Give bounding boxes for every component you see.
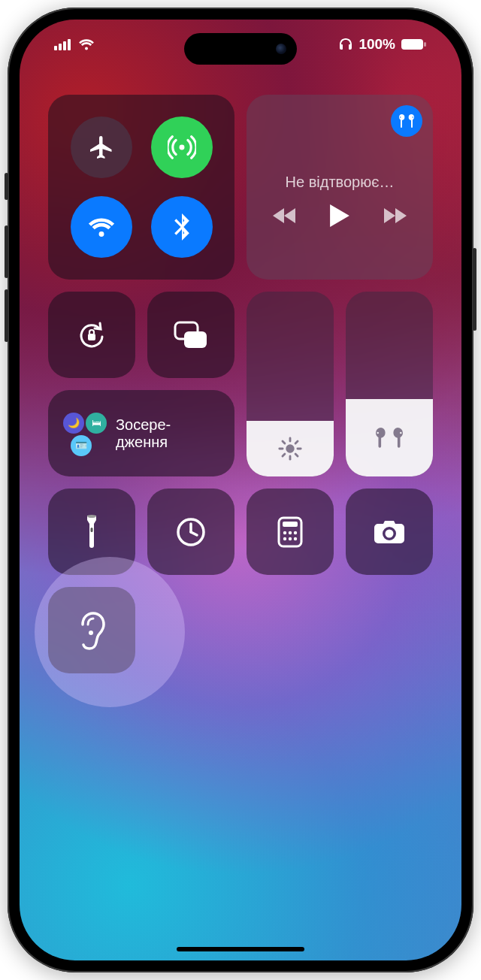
svg-line-16 [295, 454, 298, 456]
mute-switch [5, 173, 8, 200]
svg-point-28 [294, 531, 297, 534]
hearing-highlight [35, 557, 185, 707]
connectivity-group[interactable] [48, 95, 234, 280]
svg-rect-4 [401, 39, 423, 50]
wifi-toggle[interactable] [71, 196, 132, 258]
power-button [473, 248, 476, 331]
headphones-icon [339, 38, 352, 50]
media-play-button[interactable] [330, 204, 349, 227]
volume-down-button [5, 289, 8, 342]
airpods-icon [373, 426, 406, 449]
bluetooth-toggle[interactable] [151, 196, 213, 258]
camera-button[interactable] [346, 488, 433, 575]
svg-point-29 [283, 537, 286, 540]
volume-up-button [5, 225, 8, 278]
media-next-button[interactable] [383, 207, 407, 224]
svg-rect-7 [88, 334, 95, 340]
home-indicator[interactable] [177, 947, 304, 951]
svg-rect-9 [184, 331, 207, 348]
iphone-frame: 100% [8, 8, 473, 972]
cellular-signal-icon [54, 38, 72, 50]
svg-rect-2 [63, 41, 66, 50]
control-center: Не відтворює… [48, 95, 433, 673]
media-player[interactable]: Не відтворює… [247, 95, 433, 280]
svg-point-10 [286, 444, 294, 452]
focus-modes-icon: 🌙 🛏 🪪 [62, 411, 107, 456]
media-title: Не відтворює… [286, 174, 395, 191]
svg-line-23 [191, 532, 197, 535]
brightness-fill [247, 421, 334, 476]
focus-label: Зосере- дження [116, 416, 171, 450]
screen-mirroring-button[interactable] [147, 292, 234, 378]
wifi-icon [78, 38, 95, 50]
volume-fill [346, 399, 433, 476]
airplane-mode-toggle[interactable] [71, 116, 132, 178]
svg-rect-0 [54, 46, 57, 50]
svg-line-17 [283, 454, 285, 456]
svg-rect-25 [283, 522, 298, 527]
dynamic-island [184, 33, 297, 65]
focus-button[interactable]: 🌙 🛏 🪪 Зосере- дження [48, 390, 234, 476]
hearing-button[interactable] [48, 587, 135, 673]
svg-point-26 [283, 531, 286, 534]
svg-rect-3 [68, 39, 71, 50]
svg-line-18 [295, 441, 298, 443]
audio-output-airpods-icon[interactable] [391, 105, 422, 137]
brightness-slider[interactable] [247, 292, 334, 476]
svg-point-19 [87, 515, 96, 518]
svg-rect-20 [91, 528, 93, 532]
svg-point-32 [89, 631, 93, 635]
calculator-button[interactable] [247, 488, 334, 575]
orientation-lock-button[interactable] [48, 292, 135, 378]
svg-point-30 [289, 537, 292, 540]
svg-rect-5 [424, 42, 426, 47]
svg-line-15 [283, 441, 285, 443]
timer-button[interactable] [147, 488, 234, 575]
battery-icon [401, 38, 427, 50]
svg-point-27 [289, 531, 292, 534]
screen: 100% [20, 20, 461, 960]
svg-point-31 [294, 537, 297, 540]
volume-slider[interactable] [346, 292, 433, 476]
brightness-icon [277, 436, 303, 461]
media-prev-button[interactable] [273, 207, 297, 224]
cellular-data-toggle[interactable] [151, 116, 213, 178]
battery-percent-text: 100% [358, 36, 395, 53]
svg-rect-1 [59, 44, 62, 50]
svg-point-6 [179, 145, 184, 150]
